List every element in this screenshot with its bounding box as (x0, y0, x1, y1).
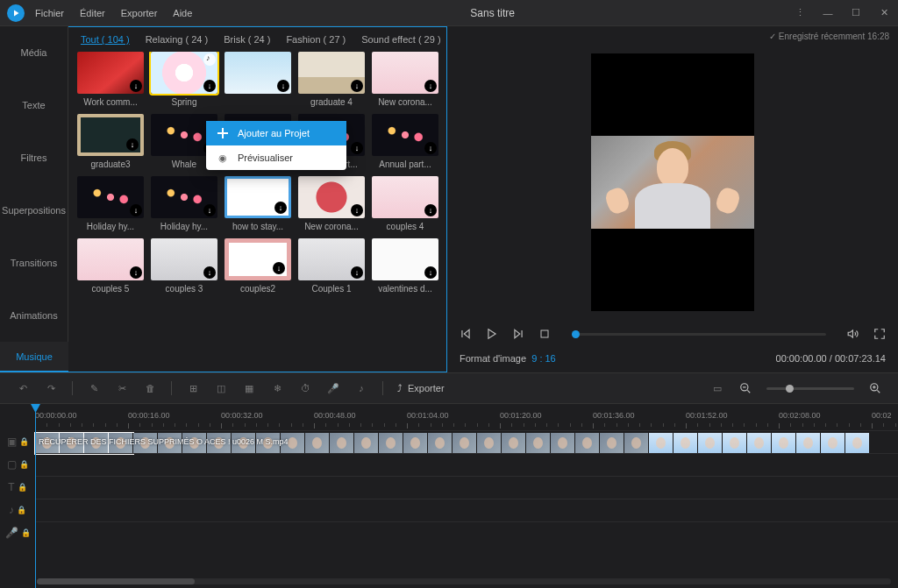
speed-icon[interactable]: ⏱ (298, 381, 312, 395)
audio-icon[interactable]: ♪ (354, 381, 368, 395)
download-icon[interactable] (351, 204, 363, 216)
playhead[interactable] (35, 404, 36, 588)
music-thumb[interactable]: Annual part... (372, 114, 438, 169)
tab-tout[interactable]: Tout ( 104 ) (81, 34, 130, 45)
track-overlay-icon[interactable]: ▢ (7, 458, 17, 471)
track-voice-icon[interactable]: 🎤 (5, 527, 18, 539)
zoom-out-icon[interactable] (738, 381, 752, 395)
play-button[interactable] (484, 326, 500, 342)
music-thumb[interactable]: couples 4 (372, 176, 438, 231)
sidebar-item-text[interactable]: Texte (0, 79, 68, 131)
clip-frame[interactable] (526, 433, 551, 454)
clip-frame[interactable] (428, 433, 453, 454)
clip-frame[interactable] (551, 433, 575, 454)
volume-icon[interactable] (845, 326, 861, 342)
kebab-icon[interactable]: ⋮ (793, 6, 807, 20)
close-icon[interactable]: ✕ (877, 6, 891, 20)
music-thumb[interactable]: New corona... (372, 52, 438, 107)
download-icon[interactable] (424, 80, 437, 92)
fit-icon[interactable]: ▭ (710, 381, 724, 395)
fullscreen-icon[interactable] (872, 326, 887, 342)
ctx-add-to-project[interactable]: Ajouter au Projet (206, 121, 346, 145)
clip-frame[interactable] (403, 433, 428, 454)
download-icon[interactable] (203, 80, 216, 92)
clip-frame[interactable] (772, 433, 796, 454)
clip-frame[interactable] (477, 433, 502, 454)
redo-icon[interactable]: ↷ (44, 381, 58, 395)
download-icon[interactable] (126, 138, 139, 151)
track-video-icon[interactable]: ▣ (7, 436, 17, 448)
music-thumb[interactable]: New corona... (298, 176, 365, 231)
freeze-icon[interactable]: ❄ (270, 381, 284, 395)
split-icon[interactable]: ⊞ (186, 381, 200, 395)
download-icon[interactable] (351, 142, 363, 154)
clip-frame[interactable] (330, 433, 354, 454)
progress-bar[interactable] (572, 333, 826, 336)
cut-icon[interactable]: ✂ (115, 381, 129, 395)
music-thumb[interactable]: Couples 1 (298, 238, 365, 294)
download-icon[interactable] (130, 204, 142, 216)
music-thumb[interactable]: Spring (151, 52, 217, 107)
music-thumb[interactable]: couples 3 (151, 238, 217, 294)
clip-frame[interactable] (600, 433, 624, 454)
clip-frame[interactable] (747, 433, 772, 454)
stop-button[interactable] (537, 326, 552, 342)
lock-icon[interactable]: 🔒 (19, 437, 29, 446)
sidebar-item-animations[interactable]: Animations (0, 289, 68, 342)
music-track[interactable] (35, 499, 898, 521)
zoom-slider[interactable] (766, 387, 854, 390)
clip-frame[interactable] (821, 433, 845, 454)
crop-icon[interactable]: ◫ (214, 381, 228, 395)
minimize-icon[interactable]: — (821, 6, 835, 20)
zoom-in-icon[interactable] (868, 381, 882, 395)
clip-frame[interactable] (698, 433, 723, 454)
download-icon[interactable] (203, 204, 216, 216)
clip-frame[interactable] (674, 433, 698, 454)
overlay-track[interactable] (35, 453, 898, 476)
menu-help[interactable]: Aide (173, 8, 192, 18)
time-ruler[interactable]: 00:00:00.0000:00:16.0000:00:32.0000:00:4… (35, 404, 898, 430)
video-track[interactable]: RÉCUPÉRER DES FICHIERS SUPPRIMÉS O ACES … (35, 430, 898, 453)
sidebar-item-transitions[interactable]: Transitions (0, 237, 68, 289)
music-thumb[interactable]: graduate 4 (298, 52, 365, 107)
horizontal-scrollbar[interactable] (37, 578, 891, 584)
download-icon[interactable] (351, 80, 363, 92)
aspect-value[interactable]: 9 : 16 (531, 353, 556, 364)
sidebar-item-filters[interactable]: Filtres (0, 131, 68, 184)
clip-frame[interactable] (379, 433, 403, 454)
music-thumb[interactable]: Holiday hy... (151, 176, 217, 231)
clip-frame[interactable] (723, 433, 747, 454)
edit-icon[interactable]: ✎ (87, 381, 101, 395)
mosaic-icon[interactable]: ▦ (242, 381, 256, 395)
download-icon[interactable] (273, 262, 285, 274)
tab-brisk[interactable]: Brisk ( 24 ) (224, 34, 270, 45)
track-music-icon[interactable]: ♪ (9, 504, 14, 516)
export-button[interactable]: ⤴ Exporter (397, 383, 445, 393)
music-thumb[interactable]: valentines d... (372, 238, 438, 294)
download-icon[interactable] (130, 80, 142, 92)
music-thumb[interactable]: Work comm... (77, 52, 144, 107)
voice-track[interactable] (35, 521, 898, 544)
menu-edit[interactable]: Éditer (80, 8, 105, 18)
menu-export[interactable]: Exporter (121, 8, 158, 18)
prev-button[interactable] (458, 326, 474, 342)
menu-file[interactable]: Fichier (35, 8, 64, 18)
maximize-icon[interactable]: ☐ (849, 6, 863, 20)
music-thumb[interactable]: Holiday hy... (77, 176, 144, 231)
ctx-preview[interactable]: ◉ Prévisualiser (206, 145, 346, 170)
clip-frame[interactable] (453, 433, 477, 454)
clip-frame[interactable] (649, 433, 674, 454)
clip-frame[interactable] (796, 433, 821, 454)
music-thumb[interactable]: couples2 (224, 238, 291, 294)
mic-icon[interactable]: 🎤 (326, 381, 340, 395)
sidebar-item-overlays[interactable]: Superpositions (0, 184, 68, 237)
download-icon[interactable] (424, 204, 437, 216)
tab-fashion[interactable]: Fashion ( 27 ) (286, 34, 346, 45)
music-thumb[interactable]: graduate3 (77, 114, 144, 169)
sidebar-item-media[interactable]: Média (0, 26, 68, 79)
clip-frame[interactable] (354, 433, 379, 454)
track-text-icon[interactable]: T (8, 481, 14, 493)
undo-icon[interactable]: ↶ (16, 381, 30, 395)
sidebar-item-music[interactable]: Musique (0, 342, 68, 372)
download-icon[interactable] (277, 80, 289, 92)
